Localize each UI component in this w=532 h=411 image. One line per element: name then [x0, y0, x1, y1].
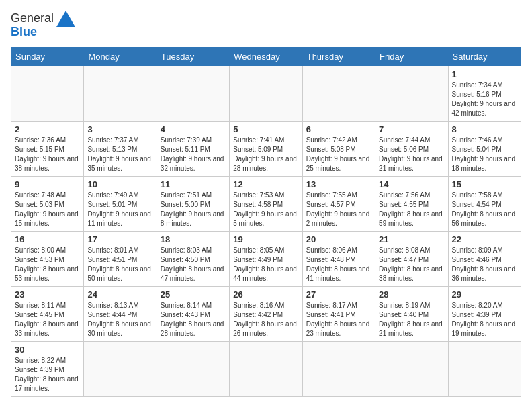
logo-triangle-icon — [56, 11, 75, 27]
calendar-cell — [375, 66, 448, 121]
day-info: Sunrise: 8:08 AM Sunset: 4:47 PM Dayligh… — [379, 246, 444, 283]
calendar-cell — [157, 341, 229, 396]
day-info: Sunrise: 8:13 AM Sunset: 4:44 PM Dayligh… — [87, 301, 152, 338]
day-info: Sunrise: 7:34 AM Sunset: 5:16 PM Dayligh… — [452, 81, 517, 118]
day-number: 13 — [306, 179, 371, 189]
calendar-cell — [375, 341, 448, 396]
weekday-header-thursday: Thursday — [302, 47, 375, 66]
day-number: 7 — [379, 124, 444, 134]
calendar-cell — [84, 341, 157, 396]
day-info: Sunrise: 8:16 AM Sunset: 4:42 PM Dayligh… — [233, 301, 298, 338]
day-info: Sunrise: 8:19 AM Sunset: 4:40 PM Dayligh… — [379, 301, 444, 338]
calendar-cell — [230, 341, 302, 396]
calendar-cell: 25Sunrise: 8:14 AM Sunset: 4:43 PM Dayli… — [157, 286, 229, 341]
day-number: 1 — [452, 69, 517, 79]
day-number: 24 — [87, 289, 152, 300]
day-info: Sunrise: 8:14 AM Sunset: 4:43 PM Dayligh… — [161, 301, 226, 338]
day-info: Sunrise: 8:22 AM Sunset: 4:39 PM Dayligh… — [15, 356, 80, 394]
day-info: Sunrise: 7:37 AM Sunset: 5:13 PM Dayligh… — [87, 136, 152, 173]
day-number: 30 — [15, 345, 80, 355]
page-header: General Blue — [11, 11, 521, 39]
calendar-week-row: 30Sunrise: 8:22 AM Sunset: 4:39 PM Dayli… — [11, 341, 521, 396]
calendar-cell: 18Sunrise: 8:03 AM Sunset: 4:50 PM Dayli… — [157, 231, 229, 286]
calendar-week-row: 9Sunrise: 7:48 AM Sunset: 5:03 PM Daylig… — [11, 176, 521, 231]
day-info: Sunrise: 7:51 AM Sunset: 5:00 PM Dayligh… — [161, 191, 226, 228]
day-number: 25 — [161, 289, 226, 300]
calendar-week-row: 16Sunrise: 8:00 AM Sunset: 4:53 PM Dayli… — [11, 231, 521, 286]
weekday-header-saturday: Saturday — [448, 47, 521, 66]
calendar-cell: 1Sunrise: 7:34 AM Sunset: 5:16 PM Daylig… — [448, 66, 521, 121]
calendar-cell: 7Sunrise: 7:44 AM Sunset: 5:06 PM Daylig… — [375, 121, 448, 176]
calendar-week-row: 1Sunrise: 7:34 AM Sunset: 5:16 PM Daylig… — [11, 66, 521, 121]
day-number: 12 — [233, 179, 298, 189]
calendar-cell: 3Sunrise: 7:37 AM Sunset: 5:13 PM Daylig… — [84, 121, 157, 176]
calendar-table: SundayMondayTuesdayWednesdayThursdayFrid… — [11, 47, 521, 397]
day-number: 28 — [379, 289, 444, 300]
day-info: Sunrise: 7:42 AM Sunset: 5:08 PM Dayligh… — [306, 136, 371, 173]
calendar-cell: 9Sunrise: 7:48 AM Sunset: 5:03 PM Daylig… — [11, 176, 84, 231]
calendar-cell: 5Sunrise: 7:41 AM Sunset: 5:09 PM Daylig… — [230, 121, 302, 176]
weekday-header-sunday: Sunday — [11, 47, 84, 66]
day-number: 22 — [452, 234, 517, 244]
day-info: Sunrise: 7:46 AM Sunset: 5:04 PM Dayligh… — [452, 136, 517, 173]
calendar-cell — [302, 66, 375, 121]
day-info: Sunrise: 7:53 AM Sunset: 4:58 PM Dayligh… — [233, 191, 298, 228]
day-number: 23 — [15, 289, 80, 300]
day-info: Sunrise: 7:44 AM Sunset: 5:06 PM Dayligh… — [379, 136, 444, 173]
day-number: 27 — [306, 289, 371, 300]
day-number: 8 — [452, 124, 517, 134]
weekday-header-friday: Friday — [375, 47, 448, 66]
calendar-cell: 16Sunrise: 8:00 AM Sunset: 4:53 PM Dayli… — [11, 231, 84, 286]
day-number: 29 — [452, 289, 517, 300]
calendar-cell: 13Sunrise: 7:55 AM Sunset: 4:57 PM Dayli… — [302, 176, 375, 231]
day-number: 15 — [452, 179, 517, 189]
day-info: Sunrise: 7:56 AM Sunset: 4:55 PM Dayligh… — [379, 191, 444, 228]
day-info: Sunrise: 8:09 AM Sunset: 4:46 PM Dayligh… — [452, 246, 517, 283]
calendar-cell: 19Sunrise: 8:05 AM Sunset: 4:49 PM Dayli… — [230, 231, 302, 286]
calendar-cell: 24Sunrise: 8:13 AM Sunset: 4:44 PM Dayli… — [84, 286, 157, 341]
calendar-cell — [157, 66, 229, 121]
day-info: Sunrise: 7:48 AM Sunset: 5:03 PM Dayligh… — [15, 191, 80, 228]
day-number: 21 — [379, 234, 444, 244]
day-number: 16 — [15, 234, 80, 244]
day-number: 6 — [306, 124, 371, 134]
calendar-cell: 15Sunrise: 7:58 AM Sunset: 4:54 PM Dayli… — [448, 176, 521, 231]
day-number: 26 — [233, 289, 298, 300]
day-number: 9 — [15, 179, 80, 189]
calendar-cell: 10Sunrise: 7:49 AM Sunset: 5:01 PM Dayli… — [84, 176, 157, 231]
calendar-cell: 26Sunrise: 8:16 AM Sunset: 4:42 PM Dayli… — [230, 286, 302, 341]
logo: General Blue — [11, 11, 75, 39]
calendar-cell: 20Sunrise: 8:06 AM Sunset: 4:48 PM Dayli… — [302, 231, 375, 286]
calendar-cell: 29Sunrise: 8:20 AM Sunset: 4:39 PM Dayli… — [448, 286, 521, 341]
day-number: 5 — [233, 124, 298, 134]
day-info: Sunrise: 8:06 AM Sunset: 4:48 PM Dayligh… — [306, 246, 371, 283]
day-number: 3 — [87, 124, 152, 134]
logo-text-blue: Blue — [11, 26, 37, 39]
calendar-cell — [11, 66, 84, 121]
weekday-header-row: SundayMondayTuesdayWednesdayThursdayFrid… — [11, 47, 521, 66]
day-info: Sunrise: 7:41 AM Sunset: 5:09 PM Dayligh… — [233, 136, 298, 173]
calendar-cell — [84, 66, 157, 121]
day-number: 4 — [161, 124, 226, 134]
day-info: Sunrise: 7:36 AM Sunset: 5:15 PM Dayligh… — [15, 136, 80, 173]
day-info: Sunrise: 7:39 AM Sunset: 5:11 PM Dayligh… — [161, 136, 226, 173]
logo-text-general: General — [11, 12, 54, 26]
day-number: 10 — [87, 179, 152, 189]
day-info: Sunrise: 7:55 AM Sunset: 4:57 PM Dayligh… — [306, 191, 371, 228]
calendar-cell: 2Sunrise: 7:36 AM Sunset: 5:15 PM Daylig… — [11, 121, 84, 176]
calendar-cell: 27Sunrise: 8:17 AM Sunset: 4:41 PM Dayli… — [302, 286, 375, 341]
day-info: Sunrise: 8:11 AM Sunset: 4:45 PM Dayligh… — [15, 301, 80, 338]
calendar-cell: 30Sunrise: 8:22 AM Sunset: 4:39 PM Dayli… — [11, 341, 84, 396]
day-number: 17 — [87, 234, 152, 244]
calendar-week-row: 23Sunrise: 8:11 AM Sunset: 4:45 PM Dayli… — [11, 286, 521, 341]
calendar-cell: 17Sunrise: 8:01 AM Sunset: 4:51 PM Dayli… — [84, 231, 157, 286]
day-number: 19 — [233, 234, 298, 244]
calendar-cell: 12Sunrise: 7:53 AM Sunset: 4:58 PM Dayli… — [230, 176, 302, 231]
weekday-header-tuesday: Tuesday — [157, 47, 229, 66]
calendar-cell: 28Sunrise: 8:19 AM Sunset: 4:40 PM Dayli… — [375, 286, 448, 341]
day-number: 18 — [161, 234, 226, 244]
day-info: Sunrise: 8:20 AM Sunset: 4:39 PM Dayligh… — [452, 301, 517, 338]
day-number: 11 — [161, 179, 226, 189]
weekday-header-wednesday: Wednesday — [230, 47, 302, 66]
day-info: Sunrise: 8:01 AM Sunset: 4:51 PM Dayligh… — [87, 246, 152, 283]
